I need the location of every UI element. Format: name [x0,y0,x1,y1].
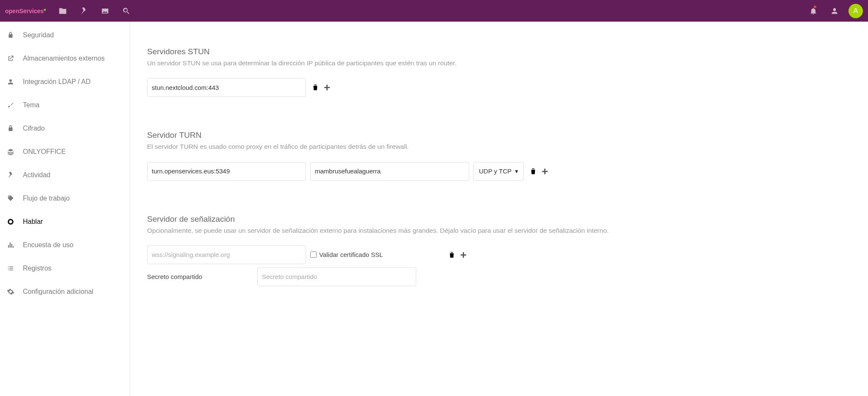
turn-server-input[interactable] [147,162,306,181]
turn-section: Servidor TURN El servidor TURN es usado … [147,131,664,180]
bolt-icon [6,171,15,179]
delete-icon[interactable] [310,82,320,92]
brand-logo[interactable]: openServices■ [5,8,46,14]
sidebar-item-cifrado[interactable]: Cifrado [0,117,130,140]
add-icon[interactable]: + [542,166,548,177]
brush-icon [6,101,15,109]
turn-secret-input[interactable] [310,162,469,181]
delete-icon[interactable] [447,250,457,260]
stun-server-input[interactable] [147,78,306,97]
sidebar-item-flujo[interactable]: Flujo de trabajo [0,187,130,210]
ssl-checkbox[interactable] [310,251,317,258]
sidebar-item-tema[interactable]: Tema [0,93,130,117]
chart-icon [6,241,15,249]
turn-protocol-select[interactable]: UDP y TCP ▾ [473,162,524,181]
turn-desc: El servidor TURN es usado como proxy en … [147,142,664,151]
sidebar-item-label: Tema [23,101,39,109]
sidebar-item-label: Flujo de trabajo [23,195,70,202]
sidebar-item-label: Seguridad [23,31,54,39]
files-icon[interactable] [52,0,73,22]
gear-icon [6,288,15,296]
notification-dot [814,6,816,8]
shared-secret-label: Secreto compartido [147,273,253,280]
avatar-letter: A [853,7,858,15]
stun-section: Servidores STUN Un servidor STUN se usa … [147,47,664,97]
sidebar-item-ldap[interactable]: Integración LDAP / AD [0,70,130,93]
add-icon[interactable]: + [460,249,467,260]
lock-icon [6,31,15,39]
signaling-title: Servidor de señalización [147,215,664,224]
sidebar-item-label: Almacenamientos externos [23,55,105,62]
layers-icon [6,148,15,156]
sidebar-item-label: Configuración adicional [23,288,93,296]
main-content: Servidores STUN Un servidor STUN se usa … [130,22,664,396]
sidebar-item-configuracion[interactable]: Configuración adicional [0,280,130,303]
sidebar-item-seguridad[interactable]: Seguridad [0,23,130,47]
shared-secret-input[interactable] [257,268,416,286]
ssl-checkbox-wrap[interactable]: Validar certificado SSL [310,251,383,258]
sidebar-item-label: Hablar [23,218,43,226]
chevron-down-icon: ▾ [515,167,518,175]
topbar: openServices■ A [0,0,868,22]
turn-title: Servidor TURN [147,131,664,140]
list-icon [6,265,15,272]
avatar[interactable]: A [849,4,863,18]
ssl-label: Validar certificado SSL [319,251,383,258]
user-icon [6,78,15,86]
sidebar-item-almacenamientos[interactable]: Almacenamientos externos [0,47,130,70]
signaling-server-input[interactable] [147,245,306,264]
sidebar-item-actividad[interactable]: Actividad [0,163,130,187]
signaling-desc: Opcionalmente, se puede usar un servidor… [147,226,664,235]
lock-icon [6,125,15,132]
signaling-section: Servidor de señalización Opcionalmente, … [147,215,664,286]
delete-icon[interactable] [528,166,538,176]
stun-desc: Un servidor STUN se usa para determinar … [147,58,664,68]
sidebar-item-encuesta[interactable]: Encuesta de uso [0,233,130,257]
sidebar-item-label: Integración LDAP / AD [23,78,91,86]
sidebar-item-hablar[interactable]: Hablar [0,210,130,233]
sidebar-item-label: Cifrado [23,125,45,132]
turn-protocol-label: UDP y TCP [479,167,512,175]
sidebar-item-onlyoffice[interactable]: ONLYOFFICE [0,140,130,163]
search-icon[interactable] [116,0,137,22]
add-icon[interactable]: + [324,82,330,93]
gallery-icon[interactable] [95,0,116,22]
contacts-icon[interactable] [824,0,845,22]
sidebar-item-label: Encuesta de uso [23,241,73,249]
sidebar: Seguridad Almacenamientos externos Integ… [0,22,130,396]
activity-icon[interactable] [73,0,95,22]
external-icon [6,55,15,62]
sidebar-item-label: ONLYOFFICE [23,148,66,156]
talk-icon [6,218,15,226]
sidebar-item-label: Actividad [23,171,50,179]
stun-title: Servidores STUN [147,47,664,56]
sidebar-item-registros[interactable]: Registros [0,257,130,280]
sidebar-item-label: Registros [23,265,52,272]
notifications-icon[interactable] [803,0,824,22]
tag-icon [6,195,15,202]
